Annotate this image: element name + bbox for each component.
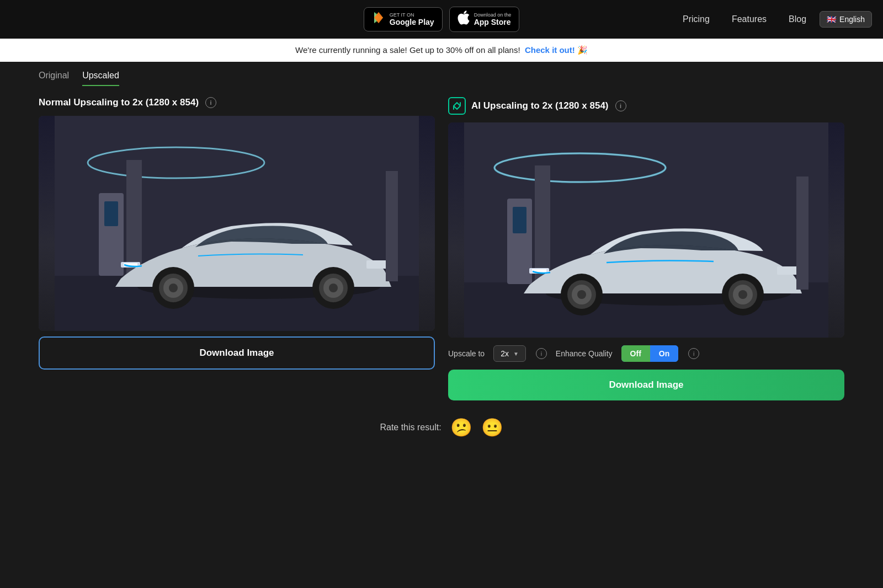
google-play-button[interactable]: GET IT ON Google Play [364,7,443,31]
sale-banner: We're currently running a sale! Get up t… [0,39,883,62]
svg-rect-5 [126,160,142,276]
normal-image-container [39,116,435,331]
toggle-on-button[interactable]: On [650,345,678,362]
right-download-button[interactable]: Download Image [448,370,844,400]
normal-car-image [39,116,435,331]
google-play-badge-top: GET IT ON [390,12,434,18]
tab-original[interactable]: Original [39,71,69,86]
left-column: Normal Upscaling to 2x (1280 x 854) i [39,97,435,400]
enhance-label: Enhance Quality [556,349,613,358]
svg-rect-41 [796,177,808,290]
ai-upscaling-icon [448,97,466,115]
svg-point-15 [169,284,178,292]
ai-upscaling-info-icon[interactable]: i [615,100,626,111]
right-column: AI Upscaling to 2x (1280 x 854) i [448,97,844,400]
app-store-badge-bottom: App Store [474,18,512,26]
svg-rect-28 [513,207,526,233]
svg-rect-7 [104,201,118,226]
upscale-label: Upscale to [448,349,485,358]
language-label: English [839,15,865,24]
controls-row: Upscale to 2x ▼ i Enhance Quality Off On… [448,345,844,362]
svg-rect-20 [386,171,398,281]
pricing-link[interactable]: Pricing [674,10,719,29]
sad-emoji[interactable]: 😕 [450,417,472,438]
blog-link[interactable]: Blog [780,10,815,29]
svg-rect-11 [366,260,389,269]
apple-icon [458,10,470,28]
left-download-button[interactable]: Download Image [39,336,435,370]
upscale-info-icon[interactable]: i [536,348,547,359]
neutral-emoji[interactable]: 😐 [481,417,503,438]
header: GET IT ON Google Play Download on the Ap… [0,0,883,39]
right-column-header: AI Upscaling to 2x (1280 x 854) i [448,97,844,115]
main-content: Normal Upscaling to 2x (1280 x 854) i [0,86,883,460]
upscale-dropdown[interactable]: 2x ▼ [493,345,526,362]
ai-upscaling-title: AI Upscaling to 2x (1280 x 854) [471,100,609,111]
svg-point-36 [577,290,586,299]
chevron-down-icon: ▼ [513,351,519,357]
toggle-off-button[interactable]: Off [621,345,650,362]
rate-section: Rate this result: 😕 😐 [39,417,844,438]
ai-car-image [448,122,844,338]
google-play-badge-bottom: Google Play [390,18,434,26]
nav-links: Pricing Features Blog 🇬🇧 English [674,10,872,29]
columns: Normal Upscaling to 2x (1280 x 854) i [39,97,844,400]
language-button[interactable]: 🇬🇧 English [820,11,872,28]
normal-upscaling-title: Normal Upscaling to 2x (1280 x 854) [39,97,199,108]
left-column-header: Normal Upscaling to 2x (1280 x 854) i [39,97,435,108]
svg-point-40 [738,290,747,299]
svg-rect-26 [535,165,550,284]
google-play-icon [372,11,385,28]
language-flag: 🇬🇧 [827,15,836,24]
sale-link[interactable]: Check it out! 🎉 [525,45,588,55]
features-link[interactable]: Features [723,10,775,29]
normal-upscaling-info-icon[interactable]: i [205,97,216,108]
enhance-quality-toggle: Off On [621,345,679,362]
app-store-button[interactable]: Download on the App Store [449,7,520,32]
rate-label: Rate this result: [380,423,441,432]
tab-upscaled[interactable]: Upscaled [82,71,119,86]
sale-text: We're currently running a sale! Get up t… [295,45,520,55]
tabs: Original Upscaled [0,62,883,86]
ai-image-container [448,122,844,338]
svg-point-19 [329,284,338,292]
app-store-badge-top: Download on the [474,12,512,18]
enhance-info-icon[interactable]: i [688,348,699,359]
upscale-value: 2x [501,349,509,358]
